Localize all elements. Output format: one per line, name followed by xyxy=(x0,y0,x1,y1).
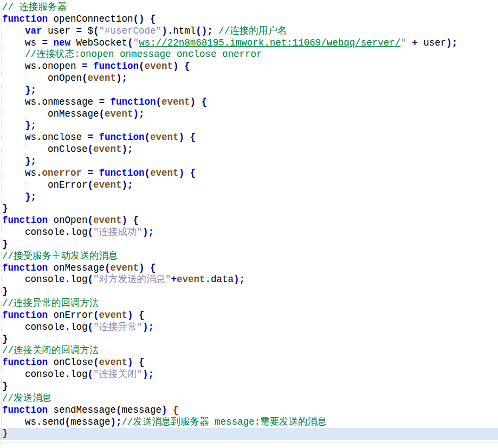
token-plain-text: openConnection xyxy=(48,14,133,24)
code-line[interactable]: onClose(event); xyxy=(0,144,498,156)
token-plain-text: ws.onclose xyxy=(2,132,88,143)
code-line[interactable]: //接受服务主动发送的消息 xyxy=(0,251,498,263)
token-punctuation: ); xyxy=(143,369,154,380)
code-line[interactable]: //连接状态:onopen onmessage onclose onerror xyxy=(0,49,498,61)
token-plain-text xyxy=(213,25,219,36)
token-matched-brace-red: } xyxy=(2,428,8,439)
token-punctuation: ( xyxy=(145,168,151,178)
code-line[interactable]: //连接异常的回调方法 xyxy=(0,298,498,310)
token-punctuation: (); xyxy=(196,25,213,36)
token-plain-text xyxy=(93,132,99,143)
code-line[interactable]: ws.onopen = function(event) { xyxy=(0,61,498,73)
token-punctuation: }; xyxy=(25,85,36,95)
token-punctuation: ( xyxy=(99,108,105,119)
token-punctuation: ( xyxy=(88,369,94,380)
code-line[interactable]: ws = new WebSocket("ws://22n8m68195.imwo… xyxy=(0,37,498,49)
code-line-current[interactable]: } xyxy=(0,428,498,440)
code-line[interactable]: function sendMessage(message) { xyxy=(0,405,498,417)
code-line[interactable]: }; xyxy=(0,156,498,168)
code-line[interactable]: } xyxy=(0,203,498,215)
token-punctuation: { xyxy=(139,357,145,368)
token-punctuation: ( xyxy=(88,227,94,238)
token-punctuation: { xyxy=(139,310,145,321)
token-plain-text: message xyxy=(122,405,162,415)
code-line[interactable]: function onClose(event) { xyxy=(0,357,498,369)
code-line[interactable]: var user = $("#userCode").html(); //连接的用… xyxy=(0,25,498,37)
code-line[interactable]: onOpen(event); xyxy=(0,73,498,85)
code-line[interactable]: ws.onerror = function(event) { xyxy=(0,168,498,180)
code-line[interactable]: }; xyxy=(0,85,498,97)
token-punctuation: ); xyxy=(446,37,457,48)
code-line[interactable]: } xyxy=(0,286,498,298)
token-plain-text: console.log xyxy=(2,369,88,380)
code-line[interactable]: } xyxy=(0,381,498,393)
token-punctuation: { xyxy=(202,97,208,107)
token-builtin-identifier: event xyxy=(93,215,122,226)
code-line[interactable]: // 连接服务器 xyxy=(0,2,498,14)
token-punctuation: ( xyxy=(127,37,133,48)
code-line[interactable]: onError(event); xyxy=(0,180,498,191)
token-punctuation: } xyxy=(2,381,8,392)
token-plain-text xyxy=(2,49,25,60)
code-line[interactable]: ws.onmessage = function(event) { xyxy=(0,97,498,108)
token-punctuation: { xyxy=(184,61,190,72)
token-keyword: function xyxy=(2,405,48,415)
code-line[interactable]: onMessage(event); xyxy=(0,108,498,120)
token-plain-text: onClose xyxy=(2,144,88,155)
code-line[interactable]: function onError(event) { xyxy=(0,310,498,322)
token-punctuation: ); xyxy=(122,180,133,190)
token-builtin-identifier: event xyxy=(99,357,128,368)
token-matched-brace-red: { xyxy=(173,405,179,415)
code-line[interactable]: console.log("连接异常"); xyxy=(0,322,498,334)
token-plain-text: console.log xyxy=(2,227,88,238)
code-line[interactable]: }; xyxy=(0,191,498,203)
code-line[interactable]: ws.send(message);//发送消息到服务器 message:需要发送… xyxy=(0,417,498,428)
token-punctuation: ( xyxy=(88,322,94,332)
token-keyword: new xyxy=(54,37,71,48)
token-comment: //发送消息到服务器 message:需要发送的消息 xyxy=(122,417,327,427)
token-plain-text xyxy=(196,97,202,107)
code-line[interactable]: function onOpen(event) { xyxy=(0,215,498,227)
token-plain-text xyxy=(2,25,25,36)
token-keyword: function xyxy=(99,132,145,143)
code-line[interactable]: } xyxy=(0,334,498,345)
token-keyword: var xyxy=(25,25,42,36)
token-plain-text xyxy=(167,405,173,415)
code-line[interactable]: console.log("对方发送的消息"+event.data); xyxy=(0,274,498,286)
token-plain-text: console.log xyxy=(2,274,88,285)
token-punctuation: = xyxy=(42,37,48,48)
token-plain-text: user xyxy=(42,25,76,36)
token-string: " xyxy=(400,37,406,48)
code-line[interactable]: }; xyxy=(0,120,498,132)
code-line[interactable]: function onMessage(event) { xyxy=(0,263,498,274)
code-line[interactable]: console.log("连接关闭"); xyxy=(0,369,498,381)
token-plain-text xyxy=(88,61,94,72)
token-punctuation: ) xyxy=(122,215,128,226)
token-plain-text: onMessage xyxy=(48,263,105,273)
token-keyword: function xyxy=(2,215,48,226)
code-line[interactable]: console.log("连接成功"); xyxy=(0,227,498,239)
code-line[interactable]: //发送消息 xyxy=(0,393,498,405)
token-comment: // 连接服务器 xyxy=(2,2,67,12)
editor-bottom-divider xyxy=(0,443,498,443)
token-plain-text xyxy=(133,310,139,321)
token-comment: //连接异常的回调方法 xyxy=(2,298,99,309)
token-punctuation: = xyxy=(88,168,94,178)
code-line[interactable]: //连接关闭的回调方法 xyxy=(0,345,498,357)
token-punctuation: ) xyxy=(139,263,145,273)
code-area[interactable]: // 连接服务器function openConnection() { var … xyxy=(0,2,498,440)
token-punctuation: ( xyxy=(88,274,94,285)
code-line[interactable]: } xyxy=(0,239,498,251)
code-line[interactable]: ws.onclose = function(event) { xyxy=(0,132,498,144)
token-builtin-identifier: onerror xyxy=(42,168,82,178)
token-plain-text xyxy=(145,14,151,24)
token-plain-text xyxy=(105,97,111,107)
code-editor[interactable]: // 连接服务器function openConnection() { var … xyxy=(0,0,498,448)
token-punctuation: ) xyxy=(179,132,185,143)
token-punctuation: = xyxy=(82,61,88,72)
token-punctuation: ( xyxy=(82,73,88,84)
token-plain-text: onError xyxy=(48,310,93,321)
token-builtin-identifier: event xyxy=(145,61,173,72)
token-punctuation: ( xyxy=(65,417,71,427)
code-line[interactable]: function openConnection() { xyxy=(0,14,498,25)
